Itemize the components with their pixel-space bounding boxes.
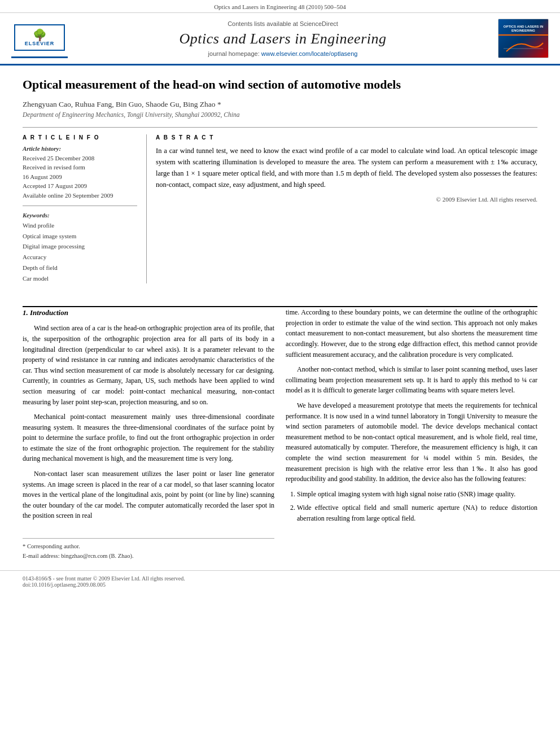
right-column: time. According to these boundary points…: [286, 307, 537, 561]
keywords-label: Keywords:: [23, 212, 137, 219]
article-history: Article history: Received 25 December 20…: [23, 145, 137, 200]
revised-label: Received in revised form: [23, 163, 137, 172]
article-affiliation: Department of Engineering Mechanics, Ton…: [23, 111, 537, 118]
elsevier-name: ELSEVIER: [25, 41, 55, 46]
contents-text: Contents lists available at ScienceDirec…: [228, 20, 338, 27]
citation-text: Optics and Lasers in Engineering 48 (201…: [214, 3, 346, 10]
homepage-link[interactable]: www.elsevier.com/locate/optlaseng: [261, 50, 358, 57]
journal-title: Optics and Lasers in Engineering: [68, 30, 498, 47]
article-info-panel: A R T I C L E I N F O Article history: R…: [23, 134, 147, 284]
accepted-date: Accepted 17 August 2009: [23, 181, 137, 191]
elsevier-logo-box: 🌳 ELSEVIER: [14, 24, 65, 51]
cover-title-text: OPTICS AND LASERS IN ENGINEERING: [498, 23, 548, 33]
homepage-label: journal homepage:: [208, 50, 260, 57]
body-para-2: Mechanical point-contact measurement mai…: [23, 412, 274, 464]
contents-available-line: Contents lists available at ScienceDirec…: [68, 20, 498, 27]
elsevier-logo: 🌳 ELSEVIER: [11, 19, 68, 58]
body-para-r3: We have developed a measurement prototyp…: [286, 400, 537, 484]
cover-decorative-line: [498, 34, 548, 36]
article-content: Optical measurement of the head-on wind …: [0, 65, 560, 306]
body-para-1: Wind section area of a car is the head-o…: [23, 323, 274, 407]
received-date: Received 25 December 2008: [23, 154, 137, 163]
info-divider: [23, 206, 137, 206]
section-1-heading: 1. Introduction: [23, 307, 274, 318]
keywords-section: Keywords: Wind profile Optical image sys…: [23, 212, 137, 283]
available-online: Available online 20 September 2009: [23, 191, 137, 200]
left-column: 1. Introduction Wind section area of a c…: [23, 307, 274, 561]
authors-text: Zhengyuan Cao, Ruhua Fang, Bin Guo, Shao…: [23, 100, 221, 108]
feature-item-2: Wide effective optical field and small n…: [297, 503, 537, 523]
keyword-2: Optical image system: [23, 231, 137, 242]
revised-date: 16 August 2009: [23, 172, 137, 182]
cover-graphic: [501, 37, 546, 54]
journal-header: 🌳 ELSEVIER Contents lists available at S…: [0, 13, 560, 65]
journal-center: Contents lists available at ScienceDirec…: [68, 20, 498, 57]
copyright-line: © 2009 Elsevier Ltd. All rights reserved…: [156, 196, 537, 203]
keyword-3: Digital image processing: [23, 241, 137, 252]
footnote-area: * Corresponding author. E-mail address: …: [23, 538, 274, 561]
features-list: Simple optical imaging system with high …: [297, 489, 537, 524]
body-para-r1: time. According to these boundary points…: [286, 307, 537, 360]
abstract-text: In a car wind tunnel test, we need to kn…: [156, 145, 537, 190]
history-label: Article history:: [23, 145, 137, 152]
keyword-1: Wind profile: [23, 220, 137, 231]
footnote-corresponding: * Corresponding author.: [23, 542, 274, 552]
body-para-3: Non-contact laser scan measurement utili…: [23, 469, 274, 521]
body-columns: 1. Introduction Wind section area of a c…: [0, 307, 560, 561]
abstract-panel: A B S T R A C T In a car wind tunnel tes…: [156, 134, 537, 284]
elsevier-tree-icon: 🌳: [33, 29, 47, 41]
body-para-r2: Another non-contact method, which is sim…: [286, 364, 537, 396]
info-abstract-section: A R T I C L E I N F O Article history: R…: [23, 127, 537, 284]
bottom-bar: 0143-8166/$ - see front matter © 2009 El…: [0, 570, 560, 592]
article-authors: Zhengyuan Cao, Ruhua Fang, Bin Guo, Shao…: [23, 100, 537, 109]
abstract-heading: A B S T R A C T: [156, 134, 537, 141]
journal-cover-image: OPTICS AND LASERS IN ENGINEERING: [498, 19, 549, 58]
article-info-heading: A R T I C L E I N F O: [23, 134, 137, 141]
feature-item-1: Simple optical imaging system with high …: [297, 489, 537, 500]
journal-homepage: journal homepage: www.elsevier.com/locat…: [68, 50, 498, 57]
doi-line: doi:10.1016/j.optlaseng.2009.08.005: [23, 582, 537, 588]
footnote-email: E-mail address: bingzhao@rcn.com (B. Zha…: [23, 552, 274, 561]
issn-line: 0143-8166/$ - see front matter © 2009 El…: [23, 575, 537, 582]
keyword-6: Car model: [23, 273, 137, 284]
top-citation-bar: Optics and Lasers in Engineering 48 (201…: [0, 0, 560, 13]
article-title: Optical measurement of the head-on wind …: [23, 77, 537, 93]
keyword-4: Accuracy: [23, 252, 137, 263]
keyword-5: Depth of field: [23, 263, 137, 273]
